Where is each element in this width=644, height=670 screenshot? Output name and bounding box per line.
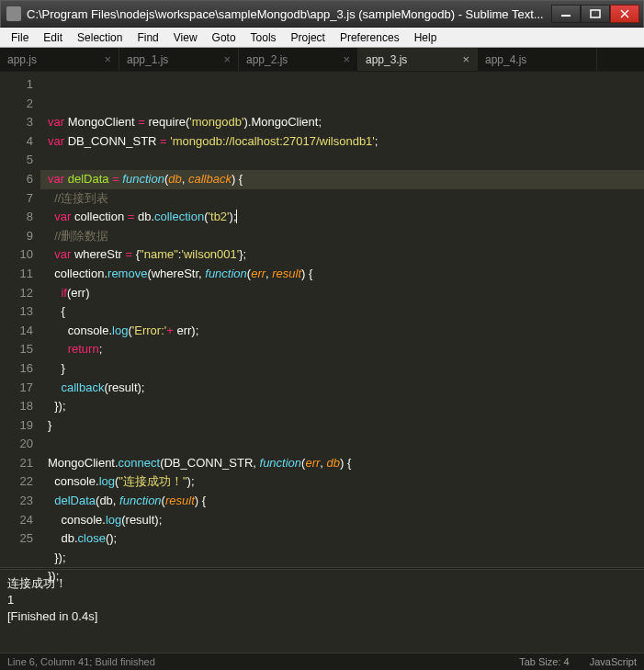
status-cursor-position: Line 6, Column 41; Build finished: [7, 656, 155, 667]
menu-bar: File Edit Selection Find View Goto Tools…: [0, 28, 644, 48]
tab-app-4-js[interactable]: app_4.js: [478, 48, 597, 71]
close-button[interactable]: [610, 5, 639, 23]
maximize-button[interactable]: [581, 5, 610, 23]
status-bar: Line 6, Column 41; Build finished Tab Si…: [0, 653, 644, 670]
close-icon[interactable]: ×: [343, 52, 350, 66]
tab-label: app_1.js: [127, 53, 168, 66]
menu-file[interactable]: File: [4, 29, 36, 46]
tab-label: app_3.js: [366, 53, 407, 66]
close-icon[interactable]: ×: [462, 52, 469, 66]
menu-view[interactable]: View: [166, 29, 205, 46]
code-content[interactable]: var MongoClient = require('mongodb').Mon…: [40, 72, 644, 567]
tab-app-js[interactable]: app.js×: [0, 48, 119, 71]
tab-app-1-js[interactable]: app_1.js×: [119, 48, 239, 71]
menu-tools[interactable]: Tools: [243, 29, 284, 46]
svg-rect-0: [561, 15, 571, 17]
tab-label: app_4.js: [485, 53, 526, 66]
menu-edit[interactable]: Edit: [36, 29, 70, 46]
minimize-button[interactable]: [551, 5, 581, 23]
close-icon[interactable]: ×: [104, 52, 111, 66]
svg-rect-1: [591, 10, 600, 17]
tab-label: app_2.js: [246, 53, 288, 66]
menu-find[interactable]: Find: [130, 29, 165, 46]
menu-goto[interactable]: Goto: [205, 29, 243, 46]
text-cursor: [236, 210, 237, 223]
tab-bar: app.js× app_1.js× app_2.js× app_3.js× ap…: [0, 48, 644, 72]
app-icon: [6, 6, 21, 21]
editor-area[interactable]: 1234567891011121314151617181920212223242…: [0, 72, 644, 567]
window-controls: [551, 5, 639, 23]
tab-app-3-js[interactable]: app_3.js×: [358, 48, 478, 71]
menu-selection[interactable]: Selection: [70, 29, 130, 46]
menu-preferences[interactable]: Preferences: [333, 29, 407, 46]
tab-app-2-js[interactable]: app_2.js×: [239, 48, 358, 71]
menu-help[interactable]: Help: [407, 29, 445, 46]
close-icon[interactable]: ×: [223, 52, 231, 66]
menu-project[interactable]: Project: [284, 29, 333, 46]
line-numbers: 1234567891011121314151617181920212223242…: [0, 72, 40, 567]
tab-label: app.js: [7, 53, 37, 66]
status-tab-size[interactable]: Tab Size: 4: [519, 656, 569, 667]
window-titlebar: C:\Program Files\nodejs\workspace\sample…: [0, 0, 644, 28]
status-syntax[interactable]: JavaScript: [590, 656, 637, 667]
window-title: C:\Program Files\nodejs\workspace\sample…: [27, 7, 551, 21]
console-line: 1: [7, 593, 14, 607]
